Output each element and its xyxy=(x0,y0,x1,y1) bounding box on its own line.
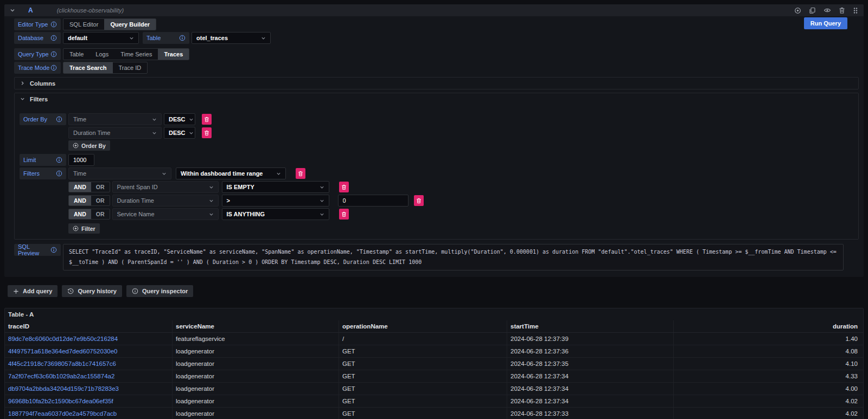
filter-field-select[interactable]: Parent Span ID xyxy=(112,181,219,193)
query-type-option-table[interactable]: Table xyxy=(63,49,90,60)
query-type-row: Query Type Table Logs Time Series Traces xyxy=(14,48,859,60)
trace-id-link[interactable]: 7a2f07ecf63c60b1029ab2ac155874a2 xyxy=(5,370,173,383)
info-icon[interactable] xyxy=(56,157,62,163)
panel-title: Table - A xyxy=(5,308,863,320)
column-header-starttime[interactable]: startTime xyxy=(507,320,674,332)
bool-or-option[interactable]: OR xyxy=(91,209,110,219)
drag-handle-icon[interactable] xyxy=(853,7,858,14)
filter-operator-select[interactable]: > xyxy=(222,195,329,207)
add-query-button[interactable]: Add query xyxy=(8,285,58,297)
table-cell: GET xyxy=(339,345,507,358)
editor-type-option-sql-editor[interactable]: SQL Editor xyxy=(63,19,104,30)
columns-section-header[interactable]: Columns xyxy=(15,78,858,89)
info-icon[interactable] xyxy=(50,35,57,41)
table-cell: GET xyxy=(339,358,507,370)
datasource-name: (clickhouse-observability) xyxy=(57,7,124,14)
info-icon[interactable] xyxy=(50,247,57,253)
order-by-direction-select[interactable]: DESC xyxy=(164,113,195,125)
order-by-field-select[interactable]: Time xyxy=(68,113,162,125)
remove-order-by-button[interactable] xyxy=(202,114,212,125)
table-header-row: traceID serviceName operationName startT… xyxy=(5,320,863,333)
query-type-option-traces[interactable]: Traces xyxy=(158,49,189,60)
column-header-duration[interactable]: duration xyxy=(674,320,863,332)
table-row: 7a2f07ecf63c60b1029ab2ac155874a2loadgene… xyxy=(5,370,863,383)
duplicate-icon[interactable] xyxy=(809,7,816,14)
eye-icon[interactable] xyxy=(824,7,831,14)
run-query-button[interactable]: Run Query xyxy=(804,17,847,29)
order-by-direction-value: DESC xyxy=(169,130,186,136)
filters-section-header[interactable]: Filters xyxy=(15,93,858,105)
remove-filter-button[interactable] xyxy=(414,195,424,206)
filter-field-select[interactable]: Time xyxy=(68,167,171,179)
query-type-option-logs[interactable]: Logs xyxy=(90,49,114,60)
table-select[interactable]: otel_traces xyxy=(192,32,271,44)
trace-mode-option-trace-search[interactable]: Trace Search xyxy=(63,62,113,73)
bool-or-option[interactable]: OR xyxy=(91,182,110,192)
chevron-down-icon xyxy=(261,36,266,41)
table-cell: GET xyxy=(339,408,507,419)
query-history-button[interactable]: Query history xyxy=(62,285,122,297)
column-header-traceid[interactable]: traceID xyxy=(5,320,173,332)
filter-operator-select[interactable]: Within dashboard time range xyxy=(176,167,286,179)
info-icon[interactable] xyxy=(50,51,57,57)
chevron-down-icon xyxy=(20,96,25,101)
chevron-down-icon xyxy=(320,198,324,203)
trash-icon[interactable] xyxy=(839,7,845,14)
results-table: traceID serviceName operationName startT… xyxy=(5,320,863,419)
trace-id-link[interactable]: 4f497571a618e364ed7ded60752030e0 xyxy=(5,345,173,358)
editor-type-label-text: Editor Type xyxy=(18,21,48,28)
query-type-toggle: Table Logs Time Series Traces xyxy=(63,48,189,60)
filter-field-select[interactable]: Duration Time xyxy=(112,195,219,207)
order-by-direction-select[interactable]: DESC xyxy=(164,127,195,139)
column-header-servicename[interactable]: serviceName xyxy=(173,320,339,332)
remove-filter-button[interactable] xyxy=(339,182,349,192)
trace-id-link[interactable]: db9704a2bbda34204d159c71b78283e3 xyxy=(5,383,173,395)
limit-input[interactable] xyxy=(68,154,94,166)
add-order-by-button[interactable]: Order By xyxy=(68,140,110,151)
info-icon[interactable] xyxy=(50,21,57,28)
query-type-option-time-series[interactable]: Time Series xyxy=(114,49,158,60)
filter-field-select[interactable]: Service Name xyxy=(112,208,219,220)
query-row-header[interactable]: A (clickhouse-observability) xyxy=(4,4,864,16)
query-inspector-button[interactable]: Query inspector xyxy=(126,285,193,297)
trace-id-link[interactable]: 1887794f7eaa6037d0e2a4579bcd7acb xyxy=(5,408,173,419)
info-icon[interactable] xyxy=(56,170,62,177)
bool-and-option[interactable]: AND xyxy=(69,182,91,192)
bool-or-option[interactable]: OR xyxy=(91,196,110,205)
trace-id-link[interactable]: 4f45c21918c73698057a8b1c741657c6 xyxy=(5,358,173,370)
filter-operator-select[interactable]: IS EMPTY xyxy=(222,181,329,193)
info-icon[interactable] xyxy=(50,65,57,71)
query-editor-body: Run Query Editor Type SQL Editor Query B… xyxy=(4,16,864,277)
database-select[interactable]: default xyxy=(63,32,139,44)
trace-id-link[interactable]: 96968b10fa2b2c1590bc67dea06ef35f xyxy=(5,395,173,408)
table-cell: 4.08 xyxy=(674,345,863,358)
filters-section: Filters Order By Time DESC xyxy=(14,93,859,240)
remove-filter-button[interactable] xyxy=(339,209,349,220)
chevron-down-icon xyxy=(189,117,194,122)
chevron-down-icon[interactable] xyxy=(10,8,15,13)
add-filter-button[interactable]: Filter xyxy=(68,223,100,234)
order-by-field-select[interactable]: Duration Time xyxy=(68,127,162,139)
plus-icon xyxy=(13,288,19,294)
sql-preview-label: SQL Preview xyxy=(14,244,61,256)
bool-and-option[interactable]: AND xyxy=(69,209,91,219)
remove-order-by-button[interactable] xyxy=(202,127,212,138)
bool-and-option[interactable]: AND xyxy=(69,196,91,205)
chevron-right-icon xyxy=(20,81,25,86)
info-icon[interactable] xyxy=(179,35,186,41)
filter-row: AND OR Duration Time > xyxy=(20,195,858,207)
remove-filter-button[interactable] xyxy=(296,168,305,179)
info-icon[interactable] xyxy=(56,116,62,123)
order-by-label-text: Order By xyxy=(23,116,47,123)
trace-mode-option-trace-id[interactable]: Trace ID xyxy=(113,62,148,73)
trace-id-link[interactable]: 89dc7e8c6060c0d12de7e9b50c216284 xyxy=(5,333,173,345)
editor-type-option-query-builder[interactable]: Query Builder xyxy=(104,19,156,30)
datasource-help-icon[interactable] xyxy=(794,7,801,14)
column-header-operationname[interactable]: operationName xyxy=(339,320,507,332)
filters-section-body: Order By Time DESC xyxy=(15,105,858,239)
filter-value-input[interactable] xyxy=(338,195,409,207)
query-type-label: Query Type xyxy=(14,48,61,60)
table-cell: loadgenerator xyxy=(173,358,339,370)
filter-operator-select[interactable]: IS ANYTHING xyxy=(222,208,329,220)
table-row: db9704a2bbda34204d159c71b78283e3loadgene… xyxy=(5,383,863,395)
